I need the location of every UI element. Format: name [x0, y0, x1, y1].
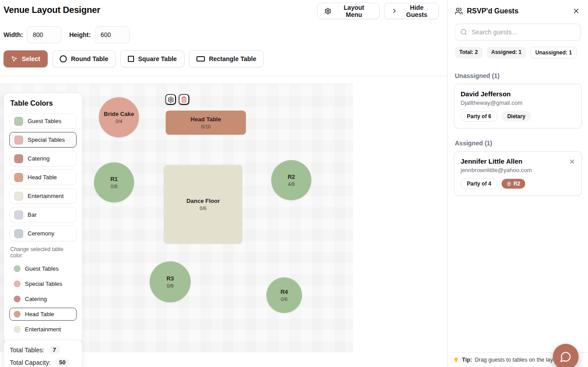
page-title: Venue Layout Designer [4, 5, 100, 15]
hide-guests-button[interactable]: Hide Guests [384, 3, 439, 19]
rsvp-guests-panel: RSVP'd Guests Total: 2 Assigned: 1 Unass… [447, 0, 588, 367]
table-r1[interactable]: R1 0/8 [94, 162, 134, 202]
party-size-badge: Party of 4 [461, 178, 498, 189]
change-label-text: Entertainment [25, 326, 61, 333]
gear-icon [324, 8, 331, 15]
color-dot [14, 280, 20, 287]
layout-menu-button[interactable]: Layout Menu [317, 3, 380, 19]
guest-name: Jennifer Little Allen [461, 157, 575, 165]
total-tables-label: Total Tables: [10, 346, 45, 354]
table-r3[interactable]: R3 0/8 [150, 261, 191, 302]
palette-item-guest-tables[interactable]: Guest Tables [9, 113, 77, 129]
total-capacity-value: 50 [56, 358, 69, 367]
table-dance-floor[interactable]: Dance Floor 0/6 [164, 165, 242, 243]
party-size-badge: Party of 6 [461, 111, 498, 122]
select-tool-label: Select [22, 55, 40, 62]
round-table-icon [60, 55, 67, 62]
trash-icon [181, 96, 187, 103]
change-item-entertainment[interactable]: Entertainment [9, 323, 77, 336]
table-occupancy: 0/8 [110, 184, 117, 189]
table-name: Bride Cake [104, 111, 134, 117]
height-input[interactable] [95, 26, 130, 43]
close-icon [572, 7, 580, 15]
users-icon [455, 7, 463, 15]
palette-label: Entertainment [28, 193, 64, 199]
square-table-label: Square Table [138, 55, 177, 62]
table-occupancy: 0/6 [200, 206, 206, 211]
change-item-head-table[interactable]: Head Table [9, 308, 77, 321]
table-r2[interactable]: R2 4/8 [271, 160, 311, 200]
square-table-icon [128, 56, 134, 62]
select-tool-button[interactable]: Select [4, 50, 48, 67]
round-table-tool-button[interactable]: Round Table [52, 50, 116, 67]
color-swatch [14, 173, 23, 182]
guests-panel-title: RSVP'd Guests [467, 7, 568, 15]
table-colors-panel: Table Colors Guest Tables Special Tables… [4, 93, 82, 343]
assigned-table-label: R2 [514, 181, 520, 187]
main-area: Venue Layout Designer Layout Menu Hide G… [0, 0, 447, 367]
table-occupancy: 4/8 [288, 181, 294, 187]
close-icon [569, 158, 576, 165]
table-delete-button[interactable] [179, 94, 189, 105]
color-dot [14, 326, 20, 333]
width-label: Width: [4, 31, 23, 38]
palette-label: Catering [28, 155, 49, 162]
table-settings-button[interactable] [165, 94, 176, 105]
palette-item-head-table[interactable]: Head Table [9, 169, 77, 185]
toolbar-divider [0, 76, 447, 76]
table-name: Head Table [191, 116, 221, 123]
table-head-table[interactable]: Head Table 0/10 [166, 111, 246, 135]
palette-item-special-tables[interactable]: Special Tables [9, 132, 77, 148]
color-dot [14, 311, 20, 318]
table-bride-cake[interactable]: Bride Cake 0/4 [99, 97, 139, 137]
table-r4[interactable]: R4 0/6 [266, 277, 302, 313]
table-name: R1 [110, 176, 118, 182]
guest-email: Djalltheway@gmail.com [461, 99, 575, 106]
palette-label: Head Table [28, 174, 57, 181]
palette-label: Bar [28, 211, 37, 218]
width-input[interactable] [27, 26, 61, 43]
height-label: Height: [69, 31, 90, 38]
palette-item-catering[interactable]: Catering [9, 151, 77, 166]
assigned-section-heading: Assigned (1) [455, 140, 581, 147]
change-item-catering[interactable]: Catering [9, 293, 77, 305]
assigned-table-badge: R2 [502, 179, 525, 189]
unassigned-section-heading: Unassigned (1) [455, 72, 581, 79]
unassign-guest-button[interactable] [568, 157, 576, 166]
guest-email: jennbrownlittle@yahoo.com [461, 167, 575, 173]
palette-item-ceremony[interactable]: Ceremony [9, 226, 77, 241]
totals-panel: Total Tables: 7 Total Capacity: 50 [4, 340, 82, 367]
change-item-guest-tables[interactable]: Guest Tables [9, 262, 77, 275]
layout-menu-label: Layout Menu [335, 4, 372, 18]
color-dot [14, 265, 20, 272]
rectangle-table-tool-button[interactable]: Rectangle Table [189, 50, 264, 67]
change-item-special-tables[interactable]: Special Tables [9, 277, 77, 290]
guest-card-jennifer-little-allen[interactable]: Jennifer Little Allen jennbrownlittle@ya… [454, 151, 582, 196]
table-occupancy: 0/8 [167, 283, 173, 289]
close-guests-panel-button[interactable] [572, 6, 581, 16]
total-guests-badge: Total: 2 [455, 47, 482, 58]
search-icon [460, 29, 467, 36]
change-label-text: Catering [25, 296, 47, 302]
color-swatch [14, 210, 23, 219]
guest-stats-row: Total: 2 Assigned: 1 Unassigned: 1 [455, 47, 581, 58]
lightbulb-icon [453, 357, 459, 363]
color-swatch [14, 192, 23, 201]
square-table-tool-button[interactable]: Square Table [120, 50, 184, 67]
table-colors-title: Table Colors [10, 99, 77, 107]
palette-label: Special Tables [28, 136, 65, 143]
table-name: R4 [281, 289, 288, 295]
palette-item-entertainment[interactable]: Entertainment [9, 188, 77, 204]
search-guests-input[interactable] [455, 24, 581, 41]
hide-guests-label: Hide Guests [402, 4, 432, 18]
chat-button[interactable] [553, 344, 579, 367]
guest-card-david-jefferson[interactable]: David Jefferson Djalltheway@gmail.com Pa… [454, 84, 582, 128]
rectangle-table-icon [196, 56, 205, 62]
round-table-label: Round Table [71, 55, 108, 62]
rectangle-table-label: Rectangle Table [209, 55, 256, 62]
palette-item-bar[interactable]: Bar [9, 207, 77, 223]
total-capacity-label: Total Capacity: [10, 359, 51, 366]
change-label-text: Special Tables [25, 280, 62, 287]
unassigned-guests-badge: Unassigned: 1 [531, 47, 577, 58]
chevron-right-icon [391, 8, 398, 14]
